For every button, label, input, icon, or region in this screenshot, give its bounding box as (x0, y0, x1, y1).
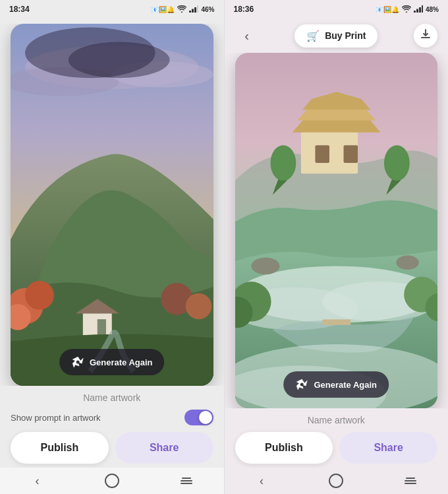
right-nav-home-icon (329, 474, 343, 488)
svg-rect-15 (98, 319, 106, 335)
nav-recents-icon (181, 478, 192, 484)
svg-point-46 (300, 383, 304, 386)
right-bottom-section: Name artwork Publish Share (225, 408, 449, 468)
right-action-buttons: Publish Share (235, 432, 438, 464)
left-nav-home[interactable] (99, 470, 125, 491)
right-nav-recents[interactable] (397, 470, 424, 491)
svg-rect-0 (189, 11, 191, 13)
left-artwork-container: Generate Again (0, 24, 224, 386)
left-share-button[interactable]: Share (115, 432, 213, 464)
left-battery: 46% (201, 6, 214, 13)
right-time: 18:36 (234, 5, 254, 14)
svg-point-44 (396, 255, 418, 270)
right-notif-icons: 📧🖼️🔔 (376, 6, 399, 13)
back-chevron-icon: ‹ (244, 28, 249, 44)
right-nav-back-arrow-icon: ‹ (260, 474, 264, 488)
left-artwork-card: Generate Again (11, 24, 213, 386)
svg-rect-20 (414, 11, 416, 13)
right-status-icons: 📧🖼️🔔 48% (376, 5, 439, 14)
left-signal-icon (189, 5, 198, 14)
nav-back-arrow-icon: ‹ (36, 474, 40, 488)
right-nav-recents-icon (405, 478, 416, 484)
right-top-nav: ‹ 🛒 Buy Print (225, 18, 449, 53)
left-action-buttons: Publish Share (11, 432, 213, 464)
show-prompt-toggle[interactable] (184, 410, 213, 425)
svg-rect-42 (322, 319, 350, 325)
right-publish-button[interactable]: Publish (235, 432, 333, 464)
left-nav-back[interactable]: ‹ (24, 470, 51, 491)
right-artwork-card: Generate Again (235, 53, 438, 408)
svg-rect-2 (194, 7, 196, 13)
right-share-button[interactable]: Share (339, 432, 437, 464)
svg-rect-3 (197, 5, 198, 13)
right-generate-again-button[interactable]: Generate Again (283, 371, 389, 398)
svg-rect-21 (416, 9, 418, 13)
right-nav-home[interactable] (323, 470, 349, 491)
left-nav-bar: ‹ (0, 468, 224, 494)
svg-rect-23 (422, 5, 423, 13)
download-button[interactable] (414, 24, 437, 47)
toggle-thumb (199, 411, 212, 424)
right-phone-panel: 18:36 📧🖼️🔔 48% (225, 0, 449, 494)
left-notif-icons: 📧🖼️🔔 (151, 6, 175, 13)
right-signal-icon (414, 5, 423, 14)
right-back-button[interactable]: ‹ (235, 24, 259, 47)
svg-point-17 (186, 293, 212, 319)
right-status-bar: 18:36 📧🖼️🔔 48% (225, 0, 449, 18)
left-bottom-section: Name artwork Show prompt in artwork Publ… (0, 386, 224, 468)
left-phone-panel: 18:34 📧🖼️🔔 46% (0, 0, 225, 494)
svg-point-32 (383, 145, 409, 181)
right-wifi-icon (402, 5, 411, 14)
left-nav-recents[interactable] (173, 470, 200, 491)
svg-rect-1 (192, 9, 194, 13)
cart-icon: 🛒 (306, 30, 320, 42)
right-nav-back[interactable]: ‹ (248, 470, 275, 491)
show-prompt-label: Show prompt in artwork (11, 413, 101, 423)
right-nav-bar: ‹ (225, 468, 449, 494)
svg-point-19 (76, 361, 79, 364)
right-artwork-image (235, 53, 438, 408)
left-publish-button[interactable]: Publish (11, 432, 109, 464)
svg-rect-30 (343, 145, 358, 163)
show-prompt-row: Show prompt in artwork (11, 410, 213, 425)
buy-print-button[interactable]: 🛒 Buy Print (294, 24, 378, 47)
left-time: 18:34 (9, 5, 30, 14)
generate-icon (71, 355, 84, 369)
svg-point-31 (270, 145, 296, 181)
svg-rect-22 (419, 7, 421, 13)
right-name-artwork: Name artwork (235, 415, 438, 425)
svg-point-43 (251, 257, 279, 274)
left-generate-again-button[interactable]: Generate Again (59, 349, 165, 375)
nav-home-icon (105, 474, 119, 488)
left-artwork-image (11, 24, 213, 386)
svg-rect-29 (315, 145, 329, 163)
left-wifi-icon (177, 5, 186, 14)
right-generate-icon (295, 378, 308, 391)
svg-point-11 (25, 281, 54, 310)
right-battery: 48% (426, 6, 439, 13)
left-name-artwork: Name artwork (11, 392, 213, 403)
left-status-bar: 18:34 📧🖼️🔔 46% (0, 0, 224, 18)
left-status-icons: 📧🖼️🔔 46% (151, 5, 214, 14)
right-artwork-container: Generate Again (225, 53, 449, 408)
svg-point-9 (69, 42, 170, 78)
download-icon (420, 28, 432, 43)
